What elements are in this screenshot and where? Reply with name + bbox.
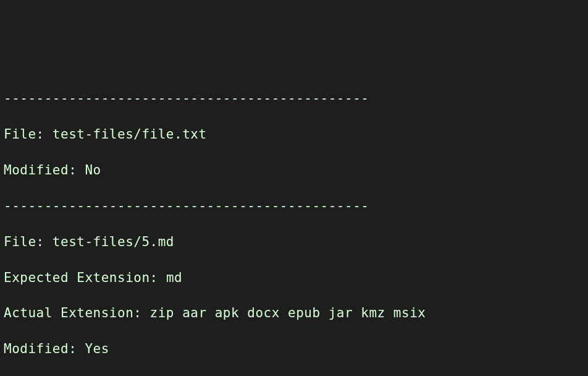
- expected-label: Expected Extension:: [4, 270, 166, 285]
- expected-value: md: [166, 270, 182, 285]
- expected-ext-line: Expected Extension: md: [4, 269, 584, 287]
- divider-line: ----------------------------------------…: [4, 90, 584, 108]
- modified-value: Yes: [85, 341, 109, 356]
- modified-line: Modified: No: [4, 161, 584, 179]
- actual-ext-line: Actual Extension: zip aar apk docx epub …: [4, 304, 584, 322]
- modified-label: Modified:: [4, 341, 85, 356]
- file-label: File:: [4, 127, 52, 142]
- modified-value: No: [85, 163, 101, 177]
- modified-label: Modified:: [4, 163, 85, 177]
- actual-value: zip aar apk docx epub jar kmz msix: [150, 306, 426, 320]
- file-line: File: test-files/5.md: [4, 233, 584, 251]
- terminal-output: ----------------------------------------…: [0, 72, 588, 376]
- modified-line: Modified: Yes: [4, 340, 584, 358]
- file-path: test-files/5.md: [52, 234, 174, 249]
- actual-label: Actual Extension:: [4, 306, 150, 320]
- file-label: File:: [4, 234, 52, 249]
- divider-line: ----------------------------------------…: [4, 197, 584, 215]
- file-path: test-files/file.txt: [52, 127, 207, 142]
- file-line: File: test-files/file.txt: [4, 126, 584, 143]
